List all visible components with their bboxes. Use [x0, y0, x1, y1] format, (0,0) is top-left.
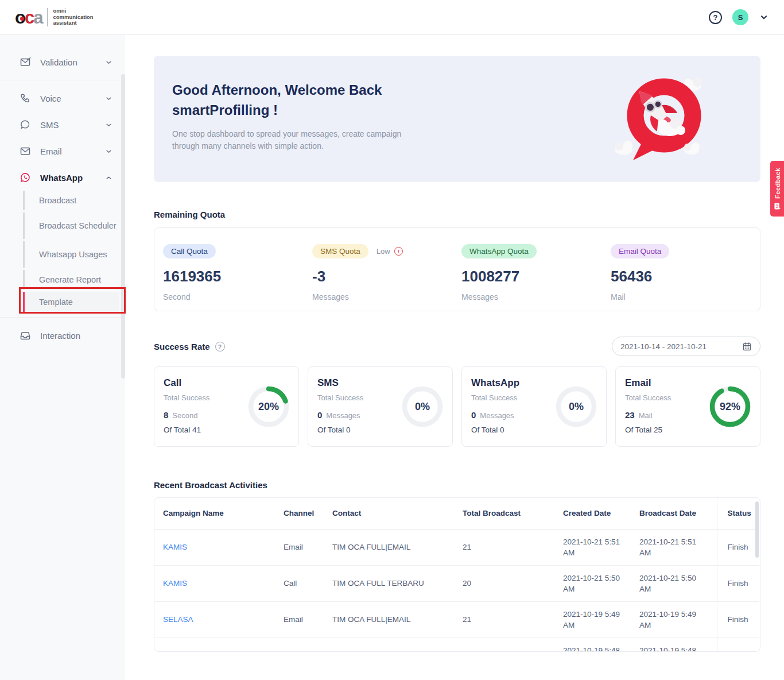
success-value: 0: [471, 410, 476, 420]
calendar-icon: [742, 342, 752, 351]
submenu-item-broadcast-scheduler[interactable]: Broadcast Scheduler: [23, 212, 119, 239]
activities-table: Campaign Name Channel Contact Total Broa…: [154, 498, 759, 652]
table-row: SELASA Email TIM OCA FULL|EMAIL 21 2021-…: [154, 601, 759, 638]
mail-check-icon: [20, 56, 31, 68]
sms-quota-unit: Messages: [312, 292, 461, 302]
cloud: [615, 141, 632, 155]
campaign-link[interactable]: KAMIS: [163, 543, 187, 551]
whatsapp-quota-value: 1008277: [461, 268, 611, 285]
success-card-email: Email Total Success 23Mail Of Total 25 9…: [615, 366, 760, 447]
donut-chart-call: 20%: [247, 385, 290, 428]
account-chevron-down-icon[interactable]: [759, 12, 769, 22]
top-header: oca omni communication assistant ? S: [0, 0, 784, 35]
sidebar-item-email[interactable]: Email: [0, 138, 125, 164]
whatsapp-submenu: Broadcast Broadcast Scheduler Whatsapp U…: [23, 191, 119, 312]
success-card-sms: SMS Total Success 0Messages Of Total 0 0…: [308, 366, 453, 447]
cloud: [658, 118, 685, 136]
logo-spark-dot: [20, 17, 24, 21]
chevron-down-icon: [104, 57, 114, 67]
date-range-picker[interactable]: 2021-10-14 - 2021-10-21: [612, 337, 760, 356]
sidebar: Validation Voice SMS: [0, 35, 125, 680]
chevron-down-icon: [104, 94, 114, 103]
donut-chart-whatsapp: 0%: [554, 385, 598, 428]
status-cell: Finish: [717, 638, 759, 652]
call-quota: Call Quota 1619365 Second: [163, 228, 312, 311]
whatsapp-icon: [20, 172, 31, 183]
success-value: 23: [625, 410, 635, 420]
email-quota-unit: Mail: [611, 292, 760, 302]
main-content: Good Afternoon, Welcome Back smartProfil…: [125, 35, 784, 680]
avatar[interactable]: S: [732, 9, 748, 25]
welcome-banner: Good Afternoon, Welcome Back smartProfil…: [154, 56, 760, 182]
success-card-call: Call Total Success 8Second Of Total 41 2…: [154, 366, 299, 447]
chat-bubble-icon: [20, 119, 31, 130]
submenu-item-template[interactable]: Template: [23, 292, 119, 312]
table-header-row: Campaign Name Channel Contact Total Broa…: [154, 498, 759, 529]
chevron-down-icon: [104, 146, 114, 156]
activities-table-card: Campaign Name Channel Contact Total Broa…: [154, 497, 760, 652]
call-quota-badge: Call Quota: [163, 244, 216, 258]
warning-icon[interactable]: !: [394, 247, 403, 256]
remaining-quota-title: Remaining Quota: [154, 210, 760, 219]
success-card-whatsapp: WhatsApp Total Success 0Messages Of Tota…: [461, 366, 607, 447]
sms-quota-low-warning: Low !: [377, 247, 403, 256]
sms-quota: SMS Quota Low ! -3 Messages: [312, 228, 461, 311]
success-value: 8: [164, 410, 168, 420]
email-quota: Email Quota 56436 Mail: [611, 228, 760, 311]
sms-quota-badge: SMS Quota: [312, 244, 368, 258]
status-cell: Finish: [717, 565, 759, 601]
recent-activities-title: Recent Broadcast Activities: [154, 480, 760, 490]
table-row: KAMIS Email TIM OCA FULL|EMAIL 21 2021-1…: [154, 529, 759, 565]
status-cell: Finish: [717, 601, 759, 638]
email-quota-badge: Email Quota: [611, 244, 669, 258]
feedback-smiley-icon: [774, 202, 781, 210]
rocket-illustration: [600, 66, 720, 171]
whatsapp-quota: WhatsApp Quota 1008277 Messages: [461, 228, 611, 311]
date-range-value: 2021-10-14 - 2021-10-21: [620, 342, 738, 351]
call-quota-value: 1619365: [163, 268, 312, 285]
campaign-link[interactable]: SELASA: [163, 651, 193, 652]
campaign-link[interactable]: KAMIS: [163, 579, 187, 588]
phone-icon: [20, 92, 31, 104]
table-row: SELASA Call TIM OCA FULL TERBARU 20 2021…: [154, 638, 759, 652]
welcome-subtitle: One stop dashboard to spread your messag…: [172, 128, 430, 152]
help-icon[interactable]: ?: [709, 11, 722, 24]
chevron-down-icon: [104, 120, 114, 130]
chevron-up-icon: [104, 173, 114, 183]
whatsapp-quota-badge: WhatsApp Quota: [461, 244, 537, 258]
cloud: [684, 142, 700, 154]
sidebar-item-interaction[interactable]: Interaction: [0, 322, 125, 349]
call-quota-unit: Second: [163, 292, 312, 302]
sidebar-item-validation[interactable]: Validation: [0, 49, 125, 75]
sidebar-divider: [0, 317, 125, 318]
envelope-icon: [20, 145, 31, 157]
success-rate-help-icon[interactable]: ?: [215, 342, 225, 351]
submenu-item-broadcast[interactable]: Broadcast: [23, 191, 119, 210]
oca-logo-word: oca: [15, 9, 42, 26]
inbox-icon: [20, 330, 31, 341]
donut-chart-sms: 0%: [401, 385, 444, 428]
success-value: 0: [317, 410, 322, 420]
email-quota-value: 56436: [611, 268, 760, 285]
campaign-link[interactable]: SELASA: [163, 615, 193, 624]
success-rate-title: Success Rate: [154, 342, 210, 351]
whatsapp-quota-unit: Messages: [461, 292, 611, 302]
sidebar-item-sms[interactable]: SMS: [0, 111, 125, 138]
submenu-item-generate-report[interactable]: Generate Report: [23, 270, 119, 289]
sidebar-item-voice[interactable]: Voice: [0, 85, 125, 111]
sidebar-scrollbar[interactable]: [121, 74, 125, 378]
submenu-item-whatsapp-usages[interactable]: Whatsapp Usages: [23, 241, 119, 268]
oca-logo[interactable]: oca omni communication assistant: [15, 8, 94, 26]
feedback-button[interactable]: Feedback: [770, 161, 784, 217]
table-scrollbar[interactable]: [755, 501, 759, 558]
sms-quota-value: -3: [312, 268, 461, 285]
sidebar-divider: [0, 80, 125, 80]
donut-chart-email: 92%: [708, 385, 752, 428]
remaining-quota-card: Call Quota 1619365 Second SMS Quota Low …: [154, 227, 760, 311]
logo-tagline: omni communication assistant: [47, 8, 93, 26]
status-cell: Finish: [717, 529, 759, 565]
table-row: KAMIS Call TIM OCA FULL TERBARU 20 2021-…: [154, 565, 759, 601]
sidebar-item-whatsapp[interactable]: WhatsApp: [0, 164, 125, 191]
